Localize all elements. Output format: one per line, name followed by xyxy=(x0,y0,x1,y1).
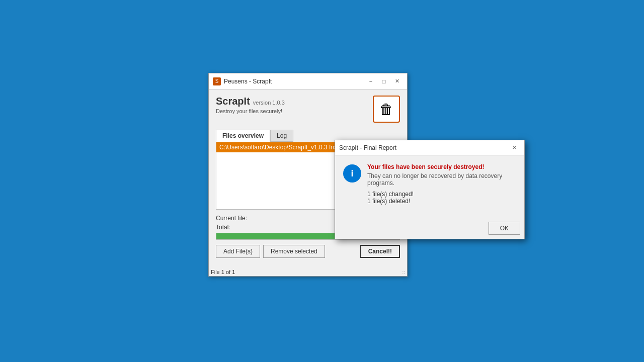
dialog-main-text: Your files have been securely destroyed! xyxy=(367,163,516,170)
dialog-sub-text: They can no longer be recovered by data … xyxy=(367,172,516,187)
dialog-overlay: ScrapIt - Final Report ✕ i Your files ha… xyxy=(0,0,644,362)
dialog-detail-line2: 1 file(s) deleted! xyxy=(367,198,516,205)
dialog-text-block: Your files have been securely destroyed!… xyxy=(367,163,516,205)
dialog-detail-line1: 1 file(s) changed! xyxy=(367,191,516,198)
dialog-title-bar: ScrapIt - Final Report ✕ xyxy=(335,140,524,155)
dialog-title: ScrapIt - Final Report xyxy=(339,144,396,151)
info-icon: i xyxy=(343,164,361,183)
dialog-content: i Your files have been securely destroye… xyxy=(335,155,524,220)
dialog-buttons: OK xyxy=(335,220,524,239)
dialog-close-button[interactable]: ✕ xyxy=(508,143,520,153)
dialog: ScrapIt - Final Report ✕ i Your files ha… xyxy=(335,140,525,239)
ok-button[interactable]: OK xyxy=(489,222,520,235)
dialog-message-area: i Your files have been securely destroye… xyxy=(343,163,516,205)
